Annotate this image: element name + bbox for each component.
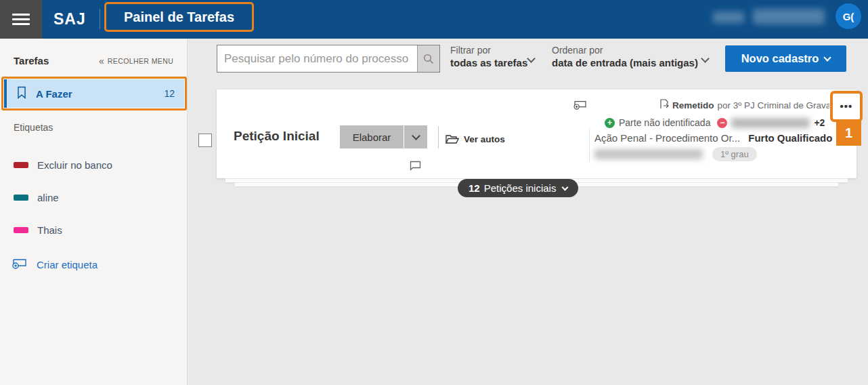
sidebar-item-a-fazer[interactable]: A Fazer 12 — [4, 79, 184, 108]
top-bar: SAJ Painel de Tarefas G( — [0, 0, 868, 39]
hamburger-menu-button[interactable] — [0, 0, 42, 39]
bookmark-icon — [16, 86, 27, 102]
add-label-to-task-icon[interactable] — [573, 99, 587, 113]
create-label-text: Criar etiqueta — [37, 259, 97, 270]
status-row: Remetido por 3º PJ Criminal de Gravataí — [660, 99, 829, 112]
sidebar: Tarefas « RECOLHER MENU A Fazer 12 Etiqu… — [0, 39, 188, 385]
collapse-menu-button[interactable]: « RECOLHER MENU — [99, 57, 173, 65]
label-name: aline — [37, 192, 59, 203]
comment-icon[interactable] — [410, 161, 421, 174]
elaborar-dropdown-button[interactable] — [404, 125, 427, 148]
open-folder-icon — [446, 134, 459, 144]
saj-task-panel-screen: SAJ Painel de Tarefas G( Tarefas « RECOL… — [0, 0, 868, 385]
a-fazer-annotation-box: A Fazer 12 — [1, 77, 187, 110]
search-group — [217, 45, 440, 73]
task-card: Petição Inicial Elaborar Ver autos — [217, 89, 856, 178]
chevron-down-icon — [701, 54, 710, 63]
redacted-party-name — [731, 118, 810, 128]
plus-party-icon: + — [605, 118, 615, 128]
forwarded-document-icon — [660, 99, 669, 112]
task-checkbox[interactable] — [198, 134, 212, 147]
party-name: Parte não identificada — [619, 117, 710, 128]
elaborar-button[interactable]: Elaborar — [340, 125, 404, 148]
hamburger-icon — [12, 11, 30, 28]
collapse-menu-label: RECOLHER MENU — [108, 57, 173, 65]
case-class-row: Ação Penal - Procedimento Or... Furto Qu… — [594, 132, 836, 144]
tag-plus-icon — [12, 257, 27, 272]
search-icon — [423, 54, 434, 64]
ellipsis-icon: ••• — [840, 103, 853, 110]
label-color-swatch — [14, 162, 28, 168]
redacted-user-info — [753, 9, 825, 24]
label-item-aline[interactable]: aline — [0, 190, 188, 205]
divider — [589, 128, 590, 161]
filter-dropdown[interactable]: Filtrar por todas as tarefas — [450, 45, 527, 68]
view-case-files-button[interactable]: Ver autos — [446, 134, 505, 144]
group-expand-pill[interactable]: 12 Petições iniciais — [458, 179, 578, 197]
case-number-row: 1º grau — [594, 147, 757, 161]
label-name: Thais — [37, 224, 62, 236]
sidebar-header: Tarefas — [14, 55, 49, 66]
case-class: Ação Penal - Procedimento Or... — [594, 132, 740, 144]
label-color-swatch — [14, 195, 28, 201]
chevron-down-icon — [527, 54, 536, 63]
sidebar-item-count: 12 — [164, 88, 175, 99]
action-button-group: Elaborar — [340, 125, 427, 148]
view-case-files-label: Ver autos — [464, 134, 505, 144]
annotation-step-1-badge: 1 — [836, 121, 861, 146]
new-registration-button[interactable]: Novo cadastro — [725, 45, 846, 72]
collapse-chevrons-icon: « — [99, 58, 104, 64]
page-title: Painel de Tarefas — [124, 9, 234, 25]
parties-row: + Parte não identificada − +2 — [605, 117, 825, 128]
status-by: por 3º PJ Criminal de Gravataí — [718, 100, 829, 110]
case-subject: Furto Qualificado — [748, 132, 832, 144]
filter-label: Filtrar por — [450, 45, 527, 56]
minus-party-icon: − — [717, 118, 727, 128]
degree-badge: 1º grau — [712, 147, 757, 161]
filter-value: todas as tarefas — [450, 57, 527, 68]
chevron-down-icon — [412, 131, 420, 140]
user-avatar[interactable]: G( — [836, 3, 861, 29]
status-word: Remetido — [672, 100, 714, 110]
sort-dropdown[interactable]: Ordenar por data de entrada (mais antiga… — [552, 45, 698, 68]
redacted-case-number — [594, 149, 703, 159]
chevron-down-icon — [824, 54, 831, 61]
label-item-excluir-no-banco[interactable]: Excluir no banco — [0, 157, 188, 172]
saj-logo: SAJ — [53, 0, 86, 39]
group-label: Petições iniciais — [484, 182, 557, 194]
chevron-down-icon — [562, 184, 569, 190]
title-annotation-box: Painel de Tarefas — [104, 2, 254, 32]
extra-parties-count: +2 — [814, 117, 825, 128]
sort-label: Ordenar por — [552, 45, 698, 56]
task-title: Petição Inicial — [234, 129, 320, 144]
group-count: 12 — [469, 182, 480, 194]
redacted-user-info — [713, 12, 744, 23]
search-input[interactable] — [217, 45, 417, 72]
label-color-swatch — [14, 227, 28, 233]
sidebar-item-label: A Fazer — [36, 88, 72, 100]
new-registration-label: Novo cadastro — [741, 52, 819, 65]
label-item-thais[interactable]: Thais — [0, 222, 188, 237]
more-options-button[interactable]: ••• — [830, 91, 863, 122]
logo-divider — [100, 9, 100, 29]
create-label-button[interactable]: Criar etiqueta — [12, 257, 97, 272]
sort-value: data de entrada (mais antigas) — [552, 57, 698, 68]
labels-section-header: Etiquetas — [14, 122, 53, 133]
label-name: Excluir no banco — [37, 159, 112, 171]
search-button[interactable] — [417, 45, 439, 72]
divider — [438, 126, 439, 148]
